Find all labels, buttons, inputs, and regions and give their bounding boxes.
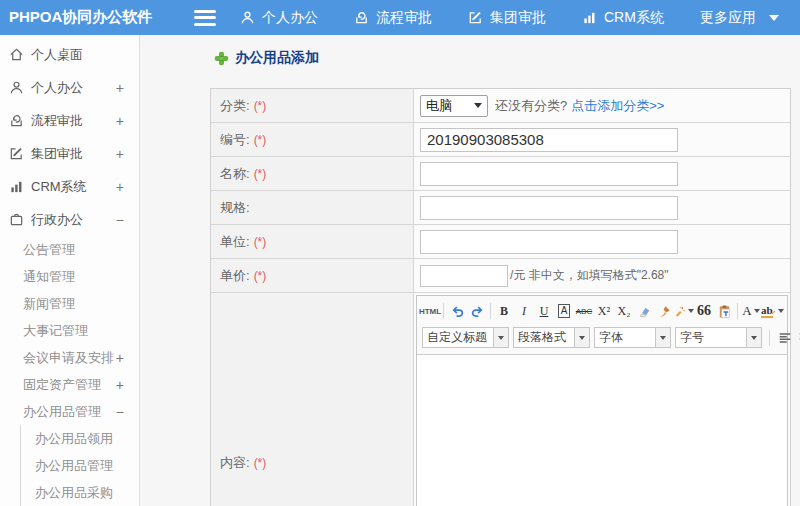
blockquote-button[interactable]: 66: [694, 301, 714, 321]
workflow-icon: [9, 113, 24, 128]
field-label: 分类: (*): [211, 89, 414, 122]
nav-item-workflow-approval[interactable]: 流程审批: [354, 9, 432, 27]
edit-icon: [9, 146, 24, 161]
required-mark: (*): [254, 99, 267, 113]
font-border-button[interactable]: A: [554, 301, 574, 321]
editor-body[interactable]: [417, 355, 787, 506]
expand-sign: −: [116, 404, 124, 420]
nav-item-personal-office[interactable]: 个人办公: [240, 9, 318, 27]
sidebar-item-fixed-assets-mgmt[interactable]: 固定资产管理 +: [0, 371, 139, 398]
menu-icon[interactable]: [194, 10, 216, 26]
add-category-link[interactable]: 点击添加分类>>: [571, 97, 664, 115]
undo-icon: [450, 304, 465, 319]
user-icon: [9, 80, 24, 95]
custom-title-select[interactable]: 自定义标题: [422, 327, 509, 348]
paragraph-format-select[interactable]: 段落格式: [513, 327, 590, 348]
caret-down-icon: [498, 336, 504, 340]
spec-input[interactable]: [420, 196, 678, 220]
field-label: 名称: (*): [211, 157, 414, 190]
sidebar-item-supplies-management[interactable]: 办公用品管理: [21, 452, 139, 479]
sidebar-item-notice-mgmt[interactable]: 通知管理: [0, 263, 139, 290]
highlight-color-button[interactable]: ab: [761, 301, 784, 321]
superscript-button[interactable]: X²: [594, 301, 614, 321]
align-left-button[interactable]: [775, 328, 795, 348]
sidebar-item-workflow-approval[interactable]: 流程审批 +: [0, 104, 139, 137]
app-window: PHPOA协同办公软件 个人办公 流程审批 集团审批 CRM系统 更多应用: [0, 0, 800, 506]
sidebar-item-office-supplies-mgmt[interactable]: 办公用品管理 −: [0, 398, 139, 425]
format-brush-button[interactable]: [654, 301, 674, 321]
name-input[interactable]: [420, 162, 678, 186]
office-supply-add-form: 分类: (*) 电脑 还没有分类? 点击添加分类>> 编号: (*): [210, 88, 791, 506]
underline-button[interactable]: U: [534, 301, 554, 321]
clipboard-icon: [717, 304, 732, 319]
font-color-button[interactable]: A: [741, 301, 761, 321]
plus-icon: [214, 51, 229, 66]
page-title: 办公用品添加: [214, 49, 319, 67]
sidebar-item-news-mgmt[interactable]: 新闻管理: [0, 290, 139, 317]
required-mark: (*): [254, 235, 267, 249]
nav-item-group-approval[interactable]: 集团审批: [468, 9, 546, 27]
category-hint: 还没有分类?: [495, 97, 567, 115]
sidebar-item-crm[interactable]: CRM系统 +: [0, 170, 139, 203]
nav-item-crm[interactable]: CRM系统: [582, 9, 664, 27]
html-source-button[interactable]: HTML: [420, 301, 440, 321]
unit-input[interactable]: [420, 230, 678, 254]
price-input[interactable]: [420, 265, 508, 287]
sidebar-item-supplies-purchase[interactable]: 办公用品采购: [21, 479, 139, 506]
field-label: 单位: (*): [211, 225, 414, 258]
sidebar-item-personal-office[interactable]: 个人办公 +: [0, 71, 139, 104]
bold-button[interactable]: B: [494, 301, 514, 321]
nav-label: 集团审批: [490, 9, 546, 27]
align-left-icon: [778, 331, 792, 345]
sidebar-item-memorabilia-mgmt[interactable]: 大事记管理: [0, 317, 139, 344]
expand-sign: −: [116, 212, 124, 228]
caret-down-icon: [751, 336, 757, 340]
home-icon: [9, 47, 24, 62]
chart-icon: [9, 179, 24, 194]
expand-sign: +: [116, 113, 124, 129]
sidebar-item-meeting-mgmt[interactable]: 会议申请及安排 +: [0, 344, 139, 371]
topbar: PHPOA协同办公软件 个人办公 流程审批 集团审批 CRM系统 更多应用: [0, 0, 800, 35]
form-row-unit: 单位: (*): [211, 225, 790, 259]
caret-down-icon: [754, 309, 760, 313]
sidebar: 个人桌面 个人办公 + 流程审批 + 集团审批 + CRM系统 + 行政办公 −: [0, 35, 140, 506]
sidebar-item-desktop[interactable]: 个人桌面: [0, 38, 139, 71]
paste-format-button[interactable]: [714, 301, 734, 321]
category-select[interactable]: 电脑: [420, 95, 488, 117]
editor-toolbar-row-1: HTML B I U A ABC X²: [420, 298, 784, 324]
nav-label: 个人办公: [262, 9, 318, 27]
nav-item-more-apps[interactable]: 更多应用: [700, 9, 779, 27]
editor-toolbar: HTML B I U A ABC X²: [417, 296, 787, 355]
subscript-button[interactable]: X₂: [614, 301, 634, 321]
code-input[interactable]: [420, 128, 678, 152]
sidebar-item-supplies-requisition[interactable]: 办公用品领用: [21, 425, 139, 452]
caret-down-icon: [778, 309, 784, 313]
sidebar-item-group-approval[interactable]: 集团审批 +: [0, 137, 139, 170]
sidebar-item-admin-office[interactable]: 行政办公 −: [0, 203, 139, 236]
eraser-button[interactable]: [634, 301, 654, 321]
undo-button[interactable]: [447, 301, 467, 321]
redo-button[interactable]: [467, 301, 487, 321]
pen-icon: [771, 307, 776, 316]
briefcase-icon: [9, 212, 24, 227]
expand-sign: +: [116, 80, 124, 96]
redo-icon: [470, 304, 485, 319]
font-family-select[interactable]: 字体: [594, 327, 671, 348]
magic-format-icon: [674, 304, 686, 318]
app-logo: PHPOA协同办公软件: [0, 8, 180, 27]
italic-button[interactable]: I: [514, 301, 534, 321]
form-row-spec: 规格:: [211, 191, 790, 225]
form-row-name: 名称: (*): [211, 157, 790, 191]
required-mark: (*): [254, 456, 267, 470]
required-mark: (*): [254, 167, 267, 181]
sidebar-item-announcement-mgmt[interactable]: 公告管理: [0, 236, 139, 263]
workflow-icon: [354, 10, 369, 25]
font-size-select[interactable]: 字号: [675, 327, 762, 348]
field-label: 单价: (*): [211, 259, 414, 292]
brush-icon: [657, 304, 672, 319]
strikethrough-button[interactable]: ABC: [574, 301, 594, 321]
form-row-content: 内容: (*) HTML B I: [211, 293, 790, 506]
auto-typeset-button[interactable]: [674, 301, 694, 321]
editor-toolbar-row-2: 自定义标题 段落格式 字体: [420, 324, 784, 351]
align-center-button[interactable]: [795, 328, 800, 348]
